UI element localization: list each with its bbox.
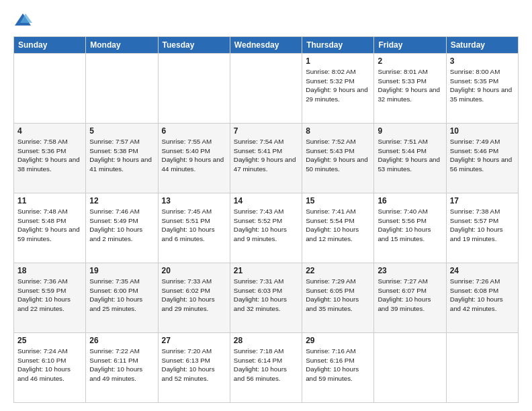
day-number: 11 xyxy=(17,196,82,205)
calendar-cell: 29Sunrise: 7:16 AMSunset: 6:16 PMDayligh… xyxy=(302,333,374,403)
calendar-cell: 20Sunrise: 7:33 AMSunset: 6:02 PMDayligh… xyxy=(158,263,230,333)
calendar-cell: 3Sunrise: 8:00 AMSunset: 5:35 PMDaylight… xyxy=(446,54,518,124)
calendar-cell: 28Sunrise: 7:18 AMSunset: 6:14 PMDayligh… xyxy=(230,333,302,403)
calendar-cell: 17Sunrise: 7:38 AMSunset: 5:57 PMDayligh… xyxy=(446,193,518,263)
calendar-cell: 26Sunrise: 7:22 AMSunset: 6:11 PMDayligh… xyxy=(86,333,158,403)
calendar-week-row: 25Sunrise: 7:24 AMSunset: 6:10 PMDayligh… xyxy=(14,333,519,403)
day-number: 23 xyxy=(378,266,442,275)
day-number: 2 xyxy=(378,56,442,66)
calendar-cell xyxy=(86,54,158,124)
calendar-cell: 1Sunrise: 8:02 AMSunset: 5:32 PMDaylight… xyxy=(302,54,374,124)
day-info: Sunrise: 8:00 AMSunset: 5:35 PMDaylight:… xyxy=(450,67,515,104)
calendar-cell xyxy=(230,54,302,124)
day-info: Sunrise: 7:35 AMSunset: 6:00 PMDaylight:… xyxy=(89,277,154,314)
calendar-cell xyxy=(446,333,518,403)
day-info: Sunrise: 7:20 AMSunset: 6:13 PMDaylight:… xyxy=(162,347,226,383)
calendar-cell: 5Sunrise: 7:57 AMSunset: 5:38 PMDaylight… xyxy=(86,124,158,193)
calendar-cell: 24Sunrise: 7:26 AMSunset: 6:08 PMDayligh… xyxy=(446,263,518,333)
calendar-cell: 8Sunrise: 7:52 AMSunset: 5:43 PMDaylight… xyxy=(302,124,374,193)
day-info: Sunrise: 7:57 AMSunset: 5:38 PMDaylight:… xyxy=(89,137,154,174)
day-number: 16 xyxy=(378,196,442,205)
day-info: Sunrise: 7:52 AMSunset: 5:43 PMDaylight:… xyxy=(306,137,370,174)
day-info: Sunrise: 7:41 AMSunset: 5:54 PMDaylight:… xyxy=(306,207,370,244)
day-number: 13 xyxy=(162,196,226,205)
day-info: Sunrise: 7:36 AMSunset: 5:59 PMDaylight:… xyxy=(17,277,82,314)
day-number: 10 xyxy=(450,126,515,136)
calendar-cell: 18Sunrise: 7:36 AMSunset: 5:59 PMDayligh… xyxy=(14,263,86,333)
calendar-cell: 23Sunrise: 7:27 AMSunset: 6:07 PMDayligh… xyxy=(374,263,446,333)
day-number: 21 xyxy=(234,266,298,275)
day-number: 6 xyxy=(162,126,226,136)
weekday-header-sunday: Sunday xyxy=(14,37,86,54)
day-number: 29 xyxy=(306,336,370,345)
day-info: Sunrise: 7:26 AMSunset: 6:08 PMDaylight:… xyxy=(450,277,515,314)
day-info: Sunrise: 7:24 AMSunset: 6:10 PMDaylight:… xyxy=(17,347,82,383)
day-info: Sunrise: 7:43 AMSunset: 5:52 PMDaylight:… xyxy=(234,207,298,244)
day-number: 17 xyxy=(450,196,515,205)
day-number: 15 xyxy=(306,196,370,205)
calendar-cell: 11Sunrise: 7:48 AMSunset: 5:48 PMDayligh… xyxy=(14,193,86,263)
day-info: Sunrise: 7:33 AMSunset: 6:02 PMDaylight:… xyxy=(162,277,226,314)
calendar-cell: 21Sunrise: 7:31 AMSunset: 6:03 PMDayligh… xyxy=(230,263,302,333)
day-number: 9 xyxy=(378,126,442,136)
day-info: Sunrise: 7:31 AMSunset: 6:03 PMDaylight:… xyxy=(234,277,298,314)
calendar-cell: 16Sunrise: 7:40 AMSunset: 5:56 PMDayligh… xyxy=(374,193,446,263)
day-info: Sunrise: 7:38 AMSunset: 5:57 PMDaylight:… xyxy=(450,207,515,244)
day-info: Sunrise: 7:16 AMSunset: 6:16 PMDaylight:… xyxy=(306,347,370,383)
calendar-week-row: 4Sunrise: 7:58 AMSunset: 5:36 PMDaylight… xyxy=(14,124,519,193)
day-info: Sunrise: 7:48 AMSunset: 5:48 PMDaylight:… xyxy=(17,207,82,244)
day-number: 22 xyxy=(306,266,370,275)
calendar-cell: 2Sunrise: 8:01 AMSunset: 5:33 PMDaylight… xyxy=(374,54,446,124)
day-info: Sunrise: 7:58 AMSunset: 5:36 PMDaylight:… xyxy=(17,137,82,174)
day-info: Sunrise: 7:45 AMSunset: 5:51 PMDaylight:… xyxy=(162,207,226,244)
day-info: Sunrise: 7:22 AMSunset: 6:11 PMDaylight:… xyxy=(89,347,154,383)
day-number: 19 xyxy=(89,266,154,275)
calendar-cell: 4Sunrise: 7:58 AMSunset: 5:36 PMDaylight… xyxy=(14,124,86,193)
day-info: Sunrise: 7:51 AMSunset: 5:44 PMDaylight:… xyxy=(378,137,442,174)
day-info: Sunrise: 7:29 AMSunset: 6:05 PMDaylight:… xyxy=(306,277,370,314)
calendar-cell: 19Sunrise: 7:35 AMSunset: 6:00 PMDayligh… xyxy=(86,263,158,333)
day-info: Sunrise: 7:46 AMSunset: 5:49 PMDaylight:… xyxy=(89,207,154,244)
day-info: Sunrise: 7:55 AMSunset: 5:40 PMDaylight:… xyxy=(162,137,226,174)
day-info: Sunrise: 7:49 AMSunset: 5:46 PMDaylight:… xyxy=(450,137,515,174)
weekday-header-friday: Friday xyxy=(374,37,446,54)
day-number: 12 xyxy=(89,196,154,205)
day-number: 18 xyxy=(17,266,82,275)
day-info: Sunrise: 7:54 AMSunset: 5:41 PMDaylight:… xyxy=(234,137,298,174)
day-number: 1 xyxy=(306,56,370,66)
calendar-cell xyxy=(374,333,446,403)
calendar-week-row: 18Sunrise: 7:36 AMSunset: 5:59 PMDayligh… xyxy=(14,263,519,333)
weekday-header-saturday: Saturday xyxy=(446,37,518,54)
day-info: Sunrise: 8:02 AMSunset: 5:32 PMDaylight:… xyxy=(306,67,370,104)
day-info: Sunrise: 7:18 AMSunset: 6:14 PMDaylight:… xyxy=(234,347,298,383)
day-info: Sunrise: 7:40 AMSunset: 5:56 PMDaylight:… xyxy=(378,207,442,244)
day-number: 14 xyxy=(234,196,298,205)
calendar-cell: 10Sunrise: 7:49 AMSunset: 5:46 PMDayligh… xyxy=(446,124,518,193)
weekday-header-tuesday: Tuesday xyxy=(158,37,230,54)
logo xyxy=(13,11,35,30)
day-number: 27 xyxy=(162,336,226,345)
day-number: 24 xyxy=(450,266,515,275)
day-info: Sunrise: 7:27 AMSunset: 6:07 PMDaylight:… xyxy=(378,277,442,314)
day-number: 28 xyxy=(234,336,298,345)
calendar-cell xyxy=(14,54,86,124)
calendar-cell: 12Sunrise: 7:46 AMSunset: 5:49 PMDayligh… xyxy=(86,193,158,263)
day-number: 4 xyxy=(17,126,82,136)
day-number: 26 xyxy=(89,336,154,345)
calendar-cell xyxy=(158,54,230,124)
day-number: 3 xyxy=(450,56,515,66)
weekday-header-monday: Monday xyxy=(86,37,158,54)
calendar-cell: 6Sunrise: 7:55 AMSunset: 5:40 PMDaylight… xyxy=(158,124,230,193)
header xyxy=(13,11,519,30)
day-number: 5 xyxy=(89,126,154,136)
calendar-cell: 27Sunrise: 7:20 AMSunset: 6:13 PMDayligh… xyxy=(158,333,230,403)
day-info: Sunrise: 8:01 AMSunset: 5:33 PMDaylight:… xyxy=(378,67,442,104)
calendar-cell: 7Sunrise: 7:54 AMSunset: 5:41 PMDaylight… xyxy=(230,124,302,193)
calendar-cell: 25Sunrise: 7:24 AMSunset: 6:10 PMDayligh… xyxy=(14,333,86,403)
calendar-cell: 15Sunrise: 7:41 AMSunset: 5:54 PMDayligh… xyxy=(302,193,374,263)
calendar-week-row: 1Sunrise: 8:02 AMSunset: 5:32 PMDaylight… xyxy=(14,54,519,124)
calendar-cell: 14Sunrise: 7:43 AMSunset: 5:52 PMDayligh… xyxy=(230,193,302,263)
day-number: 7 xyxy=(234,126,298,136)
calendar-cell: 9Sunrise: 7:51 AMSunset: 5:44 PMDaylight… xyxy=(374,124,446,193)
weekday-header-row: SundayMondayTuesdayWednesdayThursdayFrid… xyxy=(14,37,519,54)
